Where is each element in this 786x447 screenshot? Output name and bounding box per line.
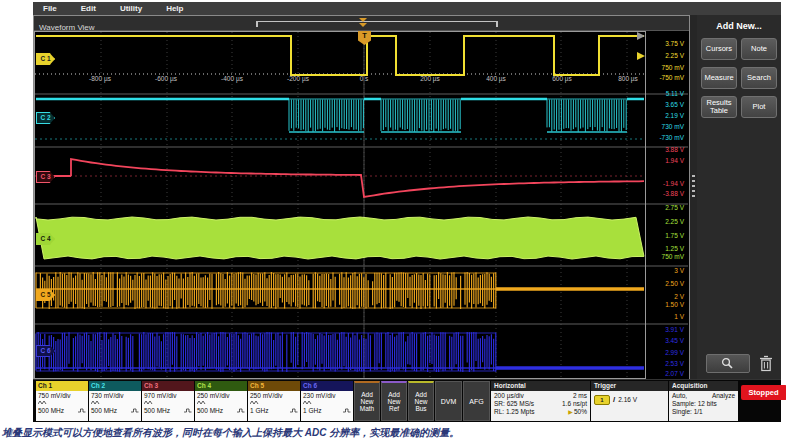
scale-label: -1.94 V: [644, 180, 686, 188]
scale-label: -3.88 V: [644, 190, 686, 198]
dvm-button[interactable]: DVM: [435, 381, 462, 421]
horizontal-scale: 200 µs/div: [494, 392, 524, 400]
waveform-view-panel: Waveform View -800 µs-600 µs-400 µs-200 …: [33, 15, 690, 379]
oscilloscope-app: File Edit Utility Help Waveform View -80…: [33, 2, 781, 422]
channel-3-badge[interactable]: Ch 3 970 mV/div 500 MHz: [142, 381, 194, 421]
bandwidth-icon: [237, 408, 245, 413]
svg-text:-200 µs: -200 µs: [287, 75, 310, 83]
coupling-icon: [303, 400, 312, 405]
add-new-bus-button[interactable]: Add New Bus: [408, 381, 434, 421]
add-new-math-button[interactable]: Add New Math: [354, 381, 380, 421]
channel-6-label: Ch 6: [301, 381, 353, 391]
note-button[interactable]: Note: [741, 38, 777, 60]
measure-button[interactable]: Measure: [701, 67, 737, 89]
channel-1-scale: 750 mV/div: [38, 392, 86, 399]
channel-5-badge[interactable]: Ch 5 250 mV/div 1 GHz: [248, 381, 300, 421]
record-length: RL: 1.25 Mpts: [494, 408, 534, 417]
channel-3-bandwidth: 500 MHz: [144, 407, 170, 414]
scale-label: 2 V: [644, 293, 686, 301]
channel-6-badge[interactable]: Ch 6 230 mV/div 1 GHz: [301, 381, 353, 421]
add-new-ref-button[interactable]: Add New Ref: [381, 381, 407, 421]
menu-utility[interactable]: Utility: [120, 4, 142, 13]
results-table-button[interactable]: Results Table: [701, 96, 737, 118]
coupling-icon: [38, 400, 47, 405]
search-button[interactable]: Search: [741, 67, 777, 89]
panel-splitter[interactable]: [690, 15, 697, 379]
menu-edit[interactable]: Edit: [81, 4, 96, 13]
horizontal-title: Horizontal: [491, 381, 590, 391]
bandwidth-icon: [131, 408, 139, 413]
position-marker-icon: ▶: [568, 409, 573, 415]
channel-4-badge[interactable]: Ch 4 250 mV/div 500 MHz: [195, 381, 247, 421]
acquisition-sample-bits: Sample: 12 bits: [672, 400, 735, 408]
splitter-grip-icon: [692, 175, 695, 199]
scale-label: 1.75 V: [644, 232, 686, 240]
trigger-source-badge: 1: [594, 395, 610, 405]
plot-button[interactable]: Plot: [741, 96, 777, 118]
trigger-marker-arrow-icon: [359, 23, 367, 27]
scale-label: 2.25 V: [644, 52, 686, 60]
channel-3-label: Ch 3: [142, 381, 194, 391]
zoom-mode-button[interactable]: [706, 354, 750, 373]
add-new-sidebar: Add New... Cursors Note Measure Search R…: [697, 15, 781, 379]
scale-label: 1.25 V: [644, 245, 686, 253]
trigger-badge[interactable]: Trigger 1 / 2.16 V: [591, 381, 668, 421]
trigger-level: 2.16 V: [618, 396, 637, 404]
scale-label: 3 V: [644, 267, 686, 275]
scale-label: -750 mV: [644, 74, 686, 82]
sample-rate: SR: 625 MS/s: [494, 400, 534, 408]
svg-text:400 µs: 400 µs: [486, 75, 506, 83]
channel-2-badge[interactable]: Ch 2 730 mV/div 500 MHz: [89, 381, 141, 421]
scale-label: 730 mV: [644, 123, 686, 131]
coupling-icon: [91, 400, 100, 405]
scale-label: 1.94 V: [644, 157, 686, 165]
coupling-icon: [250, 400, 259, 405]
scale-label: 2.07 V: [644, 370, 686, 378]
channel-1-bandwidth: 500 MHz: [38, 407, 64, 414]
waveform-display[interactable]: -800 µs-600 µs-400 µs-200 µs0 s200 µs400…: [34, 31, 689, 379]
channel-1-badge[interactable]: Ch 1 750 mV/div 500 MHz: [36, 381, 88, 421]
trash-icon[interactable]: [759, 355, 773, 372]
channel-2-label: Ch 2: [89, 381, 141, 391]
scale-label: 2.19 V: [644, 112, 686, 120]
menu-bar: File Edit Utility Help: [33, 2, 781, 15]
run-stop-button[interactable]: Stopped: [741, 385, 786, 400]
horizontal-position: 50%: [574, 408, 587, 415]
waveform-canvas[interactable]: -800 µs-600 µs-400 µs-200 µs0 s200 µs400…: [34, 31, 689, 379]
page: File Edit Utility Help Waveform View -80…: [0, 0, 786, 447]
channel-5-scale: 250 mV/div: [250, 392, 298, 399]
menu-file[interactable]: File: [43, 4, 57, 13]
cursors-button[interactable]: Cursors: [701, 38, 737, 60]
scale-label: 1.50 V: [644, 301, 686, 309]
scale-label: 750 mV: [644, 253, 686, 261]
menu-help[interactable]: Help: [166, 4, 183, 13]
acquisition-analyze: Analyze: [712, 392, 735, 400]
channel-4-bandwidth: 500 MHz: [197, 407, 223, 414]
sample-interval: 1.6 ns/pt: [562, 400, 587, 408]
channel-5-bandwidth: 1 GHz: [250, 407, 268, 414]
scale-label: 1 V: [644, 313, 686, 321]
afg-button[interactable]: AFG: [463, 381, 490, 421]
scale-label: -730 mV: [644, 134, 686, 142]
scale-label: 3.75 V: [644, 40, 686, 48]
channel-1-label: Ch 1: [36, 381, 88, 391]
svg-text:-800 µs: -800 µs: [89, 75, 112, 83]
channel-4-label: Ch 4: [195, 381, 247, 391]
horizontal-pan-bar[interactable]: [256, 21, 498, 27]
acquisition-single: Single: 1/1: [672, 408, 735, 416]
svg-text:-400 µs: -400 µs: [221, 75, 244, 83]
trigger-position-marker[interactable]: [359, 18, 368, 28]
add-new-title: Add New...: [701, 21, 777, 31]
acquisition-mode: Auto,: [672, 392, 687, 400]
svg-text:0 s: 0 s: [360, 75, 369, 82]
acquisition-badge[interactable]: Acquisition Auto,Analyze Sample: 12 bits…: [669, 381, 738, 421]
bandwidth-icon: [78, 408, 86, 413]
waveform-view-header[interactable]: Waveform View: [34, 16, 689, 31]
settings-bar: Ch 1 750 mV/div 500 MHz Ch 2 730 mV/div …: [33, 379, 781, 422]
scale-label: 2.50 V: [644, 280, 686, 288]
horizontal-badge[interactable]: Horizontal 200 µs/div2 ms SR: 625 MS/s1.…: [491, 381, 590, 421]
scale-label: 5.11 V: [644, 90, 686, 98]
bandwidth-icon: [343, 408, 351, 413]
scale-label: 2.75 V: [644, 204, 686, 212]
channel-2-bandwidth: 500 MHz: [91, 407, 117, 414]
